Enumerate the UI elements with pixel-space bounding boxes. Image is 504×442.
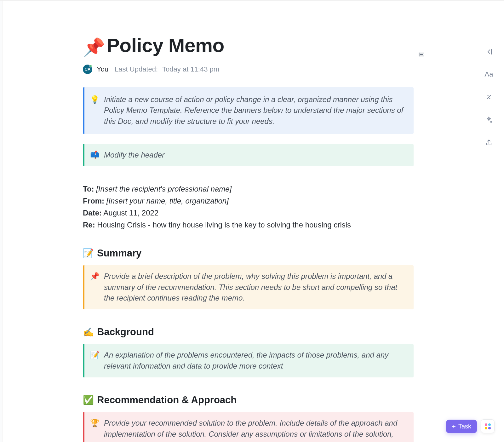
updated-label: Last Updated: (115, 65, 158, 73)
background-title: Background (97, 326, 154, 338)
to-label: To: (83, 185, 94, 193)
avatar-initials: CA (85, 67, 91, 72)
outline-toggle-button[interactable] (417, 50, 426, 59)
page-title[interactable]: 📌Policy Memo (83, 35, 224, 57)
intro-callout-text: Initiate a new course of action or polic… (104, 94, 405, 127)
avatar[interactable]: CA (83, 65, 92, 74)
section-heading-recommendation[interactable]: ✅ Recommendation & Approach (83, 394, 426, 406)
pushpin-icon: 📌 (83, 37, 105, 57)
pushpin-icon: 📌 (90, 271, 100, 304)
apps-grid-icon (485, 423, 491, 429)
re-value: Housing Crisis - how tiny house living i… (97, 221, 351, 229)
summary-title: Summary (97, 248, 141, 259)
recommendation-callout-text: Provide your recommended solution to the… (104, 418, 405, 442)
summary-callout-text: Provide a brief description of the probl… (104, 271, 405, 304)
modify-header-callout[interactable]: 📫 Modify the header (83, 144, 414, 166)
plus-icon: + (452, 423, 456, 430)
date-label: Date: (83, 209, 102, 217)
from-label: From: (83, 197, 104, 205)
background-callout[interactable]: 📝 An explanation of the problems encount… (83, 344, 414, 377)
memo-header-fields[interactable]: To: [Insert the recipient's professional… (83, 183, 414, 231)
author-name[interactable]: You (97, 65, 108, 73)
task-button-label: Task (458, 423, 471, 430)
date-value: August 11, 2022 (103, 209, 158, 217)
collapse-sidebar-button[interactable] (484, 47, 493, 56)
field-to[interactable]: To: [Insert the recipient's professional… (83, 183, 414, 195)
field-date[interactable]: Date: August 11, 2022 (83, 207, 414, 219)
doc-meta-row: CA You Last Updated: Today at 11:43 pm (83, 65, 426, 74)
section-heading-summary[interactable]: 📝 Summary (83, 248, 426, 259)
typography-button[interactable]: Aa (484, 70, 493, 79)
memo-icon: 📝 (83, 248, 94, 258)
share-button[interactable] (484, 138, 493, 147)
sparkle-button[interactable] (484, 115, 493, 124)
recommendation-callout[interactable]: 🏆 Provide your recommended solution to t… (83, 412, 414, 442)
field-re[interactable]: Re: Housing Crisis - how tiny house livi… (83, 219, 414, 231)
field-from[interactable]: From: [Insert your name, title, organiza… (83, 195, 414, 207)
updated-value: Today at 11:43 pm (162, 65, 219, 73)
modify-header-text: Modify the header (104, 150, 164, 161)
summary-callout[interactable]: 📌 Provide a brief description of the pro… (83, 265, 414, 309)
right-toolbar: Aa (484, 47, 493, 147)
memo-icon: 📝 (90, 350, 100, 372)
page-title-text: Policy Memo (107, 34, 225, 56)
left-rail (0, 1, 3, 442)
writing-hand-icon: ✍️ (83, 327, 94, 337)
intro-callout[interactable]: 💡 Initiate a new course of action or pol… (83, 87, 414, 134)
document-body[interactable]: 📌Policy Memo CA You Last Updated: Today … (3, 0, 426, 442)
background-callout-text: An explanation of the problems encounter… (104, 350, 405, 372)
checkmark-icon: ✅ (83, 395, 94, 405)
presence-dot-icon (89, 65, 92, 67)
to-value: [Insert the recipient's professional nam… (96, 185, 232, 193)
section-heading-background[interactable]: ✍️ Background (83, 326, 426, 338)
trophy-icon: 🏆 (90, 418, 100, 442)
new-task-button[interactable]: + Task (446, 420, 477, 433)
re-label: Re: (83, 221, 95, 229)
mailbox-icon: 📫 (90, 150, 100, 161)
from-value: [Insert your name, title, organization] (106, 197, 229, 205)
recommendation-title: Recommendation & Approach (97, 394, 237, 406)
apps-button[interactable] (481, 419, 495, 433)
ai-button[interactable] (484, 93, 493, 101)
lightbulb-icon: 💡 (90, 94, 100, 127)
